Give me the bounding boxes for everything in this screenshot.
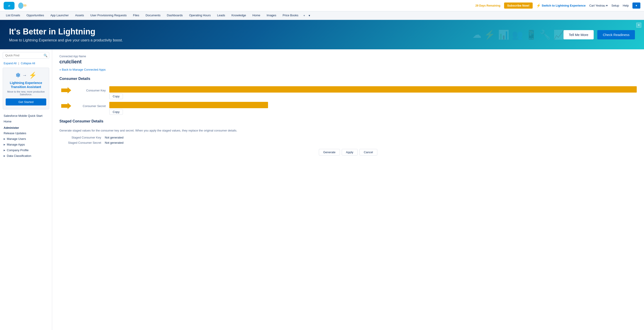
consumer-key-label-row: Consumer Key: [73, 86, 637, 93]
copy-secret-button[interactable]: Copy: [109, 109, 123, 115]
get-started-button[interactable]: Get Started: [6, 98, 46, 106]
dropdown-label: ▾: [636, 4, 637, 7]
connected-app-name: cruIclient: [60, 59, 637, 65]
expand-arrow-icon: ▶: [4, 149, 6, 152]
banner-actions: Tell Me More Check Readiness: [564, 30, 635, 39]
consumer-key-label: Consumer Key: [73, 87, 109, 92]
nav-item-knowledge[interactable]: Knowledge: [228, 12, 249, 19]
collapse-all-link[interactable]: Collapse All: [21, 62, 35, 65]
svg-point-2: [18, 2, 23, 9]
sidebar-item-mobile-quick-start[interactable]: Salesforce Mobile Quick Start: [0, 113, 52, 119]
svg-marker-5: [61, 103, 71, 109]
lightning-banner: It's Better in Lightning Move to Lightni…: [0, 20, 644, 49]
staged-key-label: Staged Consumer Key: [60, 136, 105, 139]
sidebar-item-manage-users[interactable]: ▶ Manage Users: [0, 136, 52, 142]
sidebar-item-release-updates[interactable]: Release Updates: [0, 130, 52, 136]
generate-button[interactable]: Generate: [319, 149, 340, 156]
sidebar-administer-title: Administer: [0, 124, 52, 130]
consumer-details-title: Consumer Details: [60, 77, 637, 83]
nav-item-list-emails[interactable]: List Emails: [3, 12, 23, 19]
arrow-icon: →: [22, 73, 27, 78]
staged-key-row: Staged Consumer Key Not generated: [60, 136, 637, 139]
setup-link[interactable]: Setup: [611, 4, 619, 7]
top-bar-left: sf '23: [4, 2, 28, 9]
arrow-right-icon: [61, 87, 71, 93]
top-nav-dropdown-button[interactable]: ▾: [632, 2, 640, 8]
check-readiness-button[interactable]: Check Readiness: [597, 30, 635, 39]
expand-arrow-icon: ▶: [4, 138, 6, 140]
salesforce-logo[interactable]: sf: [4, 2, 14, 9]
nav-item-assets[interactable]: Assets: [72, 12, 87, 19]
lt-icons: ❄ → ⚡: [6, 72, 46, 79]
nav-item-app-launcher[interactable]: App Launcher: [47, 12, 72, 19]
sidebar-item-company-profile[interactable]: ▶ Company Profile: [0, 147, 52, 153]
snowflake-icon: ❄: [16, 72, 21, 79]
lightning-switch-link[interactable]: ⚡ Switch to Lightning Experience: [536, 3, 586, 8]
banner-close-button[interactable]: ✕: [636, 23, 641, 28]
search-icon: 🔍: [44, 54, 48, 57]
banner-title: It's Better in Lightning: [9, 27, 123, 36]
consumer-key-row: Consumer Key Copy: [60, 86, 637, 99]
nav-dropdown-button[interactable]: ▾: [307, 12, 312, 19]
apply-button[interactable]: Apply: [342, 149, 358, 156]
nav-more-button[interactable]: +: [302, 12, 307, 19]
nav-item-opportunities[interactable]: Opportunities: [23, 12, 47, 19]
sidebar-item-manage-apps[interactable]: ▶ Manage Apps: [0, 142, 52, 147]
copy-key-button[interactable]: Copy: [109, 93, 123, 99]
staged-secret-value: Not generated: [105, 141, 123, 144]
dreamforce-badge: '23: [17, 2, 28, 9]
banner-text: It's Better in Lightning Move to Lightni…: [9, 27, 123, 42]
days-remaining: 29 Days Remaining: [476, 4, 500, 7]
banner-icons: ☁ ⚡ 📊 👥 📱 🔧 📈: [472, 20, 565, 49]
quick-find-input[interactable]: [3, 52, 49, 59]
nav-bar: List Emails Opportunities App Launcher A…: [0, 11, 644, 20]
top-bar-right: 29 Days Remaining Subscribe Now! ⚡ Switc…: [476, 2, 640, 8]
action-buttons: Generate Apply Cancel: [60, 149, 637, 156]
sidebar: 🔍 Expand All | Collapse All ❄ → ⚡ Lightn…: [0, 49, 52, 330]
staged-secret-label: Staged Consumer Secret: [60, 141, 105, 144]
main-layout: 🔍 Expand All | Collapse All ❄ → ⚡ Lightn…: [0, 49, 644, 330]
connected-app-name-label: Connected App Name: [60, 55, 637, 58]
nav-item-operating-hours[interactable]: Operating Hours: [186, 12, 214, 19]
expand-all-link[interactable]: Expand All: [4, 62, 16, 65]
lightning-bolt-icon: ⚡: [29, 72, 37, 79]
user-dropdown-icon: ▾: [606, 4, 608, 7]
banner-subtitle: Move to Lightning Experience and give yo…: [9, 38, 123, 42]
staged-section: Staged Consumer Details Generate staged …: [60, 119, 637, 156]
user-nav[interactable]: Carl Yestrau ▾: [589, 4, 608, 7]
subscribe-button[interactable]: Subscribe Now!: [504, 2, 533, 8]
nav-item-files[interactable]: Files: [130, 12, 142, 19]
nav-item-dashboards[interactable]: Dashboards: [164, 12, 186, 19]
svg-text:'23: '23: [23, 4, 26, 7]
nav-item-home[interactable]: Home: [249, 12, 264, 19]
lightning-icon: ⚡: [536, 3, 541, 8]
nav-item-images[interactable]: Images: [264, 12, 280, 19]
svg-marker-4: [61, 87, 71, 93]
staged-secret-row: Staged Consumer Secret Not generated: [60, 141, 637, 144]
consumer-secret-label-row: Consumer Secret: [73, 102, 637, 108]
cancel-button[interactable]: Cancel: [360, 149, 377, 156]
transition-desc: Move to the new, more productive Salesfo…: [6, 90, 46, 96]
back-to-manage-link[interactable]: « Back to Manage Connected Apps: [60, 68, 106, 71]
tell-me-more-button[interactable]: Tell Me More: [564, 30, 594, 39]
sidebar-expand-row: Expand All | Collapse All: [0, 61, 52, 66]
help-link[interactable]: Help: [623, 4, 629, 7]
staged-title: Staged Consumer Details: [60, 119, 637, 125]
consumer-secret-label: Consumer Secret: [73, 103, 109, 108]
svg-text:sf: sf: [8, 4, 10, 7]
consumer-secret-detail: Consumer Secret Copy: [73, 102, 637, 115]
nav-item-user-provisioning[interactable]: User Provisioning Requests: [87, 12, 130, 19]
nav-item-documents[interactable]: Documents: [142, 12, 164, 19]
consumer-key-arrow: [60, 86, 73, 93]
staged-desc: Generate staged values for the consumer …: [60, 129, 637, 132]
staged-key-value: Not generated: [105, 136, 123, 139]
lightning-transition-box: ❄ → ⚡ Lightning Experience Transition As…: [3, 68, 49, 109]
sidebar-item-home[interactable]: Home: [0, 119, 52, 124]
sidebar-search: 🔍: [3, 52, 49, 59]
sidebar-item-data-classification[interactable]: ▶ Data Classification: [0, 153, 52, 159]
sidebar-divider: |: [18, 62, 19, 65]
nav-item-leads[interactable]: Leads: [214, 12, 228, 19]
arrow-right-icon: [61, 103, 71, 109]
content-area: Connected App Name cruIclient « Back to …: [52, 49, 644, 330]
nav-item-price-books[interactable]: Price Books: [279, 12, 301, 19]
